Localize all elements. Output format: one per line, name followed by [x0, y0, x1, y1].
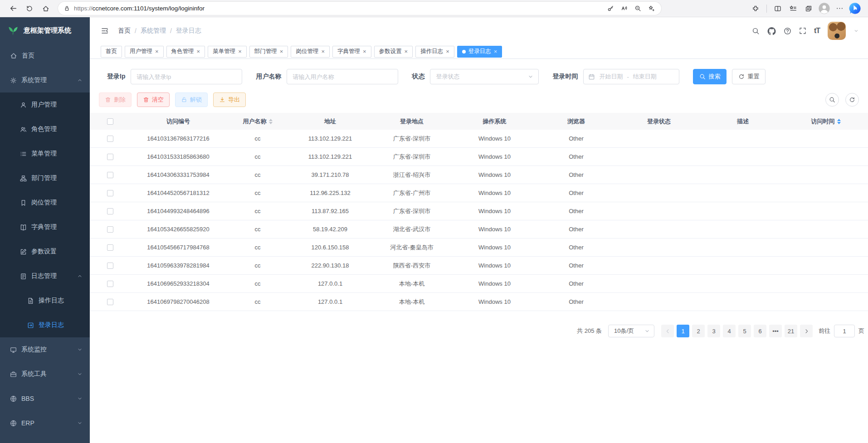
sort-icons[interactable] — [837, 119, 841, 124]
table-row[interactable]: 1641069798270046208cc127.0.0.1本地-本机Windo… — [90, 293, 868, 311]
row-checkbox[interactable] — [107, 136, 113, 142]
sort-asc-icon[interactable] — [269, 119, 273, 121]
zoom-out-icon[interactable] — [631, 2, 644, 15]
sidebar-item-erp[interactable]: ERP — [0, 411, 90, 435]
sidebar-item-home[interactable]: 首页 — [0, 44, 90, 68]
next-page-button[interactable] — [800, 325, 813, 337]
close-tab-icon[interactable]: × — [280, 49, 283, 54]
goto-page-input[interactable] — [834, 325, 855, 337]
fullscreen-icon[interactable] — [799, 27, 806, 34]
copilot-button[interactable] — [848, 2, 862, 15]
more-pages-button[interactable]: ••• — [769, 325, 782, 337]
tab-用户管理[interactable]: 用户管理× — [125, 46, 164, 58]
table-row[interactable]: 1641059633978281984cc222.90.130.18陕西省-西安… — [90, 257, 868, 275]
header-search-icon[interactable] — [752, 27, 760, 35]
page-button-3[interactable]: 3 — [707, 325, 720, 337]
tab-部门管理[interactable]: 部门管理× — [249, 46, 288, 58]
toggle-search-button[interactable] — [825, 93, 839, 107]
close-tab-icon[interactable]: × — [494, 49, 497, 54]
sidebar-item-system-monitor[interactable]: 系统监控 — [0, 337, 90, 362]
address-bar[interactable]: https://ccnetcore.com:1101/system/log/lo… — [58, 2, 661, 15]
row-checkbox[interactable] — [107, 172, 113, 178]
table-row[interactable]: 1641044993248464896cc113.87.92.165广东省-深圳… — [90, 202, 868, 220]
sidebar-item-role-management[interactable]: 角色管理 — [0, 117, 90, 141]
sidebar-item-bbs[interactable]: BBS — [0, 386, 90, 411]
sidebar-item-post-management[interactable]: 岗位管理 — [0, 190, 90, 215]
browser-refresh-button[interactable] — [23, 2, 36, 15]
sidebar-item-system-tools[interactable]: 系统工具 — [0, 362, 90, 386]
sidebar-item-user-management[interactable]: 用户管理 — [0, 92, 90, 117]
sort-asc-icon[interactable] — [837, 119, 841, 121]
close-tab-icon[interactable]: × — [238, 49, 242, 54]
collapse-menu-icon[interactable] — [101, 27, 109, 35]
favorites-button[interactable] — [786, 2, 800, 15]
browser-menu-button[interactable] — [833, 2, 846, 15]
clear-button[interactable]: 清空 — [137, 92, 170, 107]
sidebar-item-operation-log[interactable]: 操作日志 — [0, 288, 90, 313]
sort-icons[interactable] — [269, 119, 273, 124]
table-row[interactable]: 1641069652933218304cc127.0.0.1本地-本机Windo… — [90, 275, 868, 293]
prev-page-button[interactable] — [661, 325, 674, 337]
tab-参数设置[interactable]: 参数设置× — [374, 46, 413, 58]
sidebar-item-log-management[interactable]: 日志管理 — [0, 264, 90, 288]
row-checkbox[interactable] — [107, 226, 113, 233]
select-all-checkbox[interactable] — [107, 118, 113, 125]
row-checkbox[interactable] — [107, 190, 113, 196]
table-row[interactable]: 1641054566717984768cc120.6.150.158河北省-秦皇… — [90, 239, 868, 257]
site-lock-icon[interactable] — [63, 5, 70, 12]
page-button-21[interactable]: 21 — [785, 325, 797, 337]
close-tab-icon[interactable]: × — [197, 49, 200, 54]
tab-岗位管理[interactable]: 岗位管理× — [291, 46, 330, 58]
github-icon[interactable] — [767, 27, 776, 35]
row-checkbox[interactable] — [107, 281, 113, 287]
app-logo[interactable]: 意框架管理系统 — [0, 17, 90, 44]
login-ip-input[interactable] — [131, 69, 242, 84]
page-button-4[interactable]: 4 — [723, 325, 736, 337]
export-button[interactable]: 导出 — [213, 92, 246, 107]
page-button-6[interactable]: 6 — [754, 325, 766, 337]
reset-button[interactable]: 重置 — [732, 69, 766, 84]
add-favorite-icon[interactable] — [645, 2, 658, 15]
table-row[interactable]: 1641053426655825920cc58.19.42.209湖北省-武汉市… — [90, 220, 868, 239]
breadcrumb-home[interactable]: 首页 — [118, 27, 131, 35]
page-button-2[interactable]: 2 — [692, 325, 705, 337]
help-icon[interactable] — [784, 27, 791, 35]
close-tab-icon[interactable]: × — [155, 49, 159, 54]
status-select[interactable]: 登录状态 — [430, 69, 539, 84]
tab-操作日志[interactable]: 操作日志× — [415, 46, 454, 58]
password-key-icon[interactable] — [604, 2, 617, 15]
collections-button[interactable] — [802, 2, 815, 15]
sidebar-item-login-log[interactable]: 登录日志 — [0, 313, 90, 337]
row-checkbox[interactable] — [107, 299, 113, 305]
tab-首页[interactable]: 首页 — [101, 46, 122, 58]
tab-角色管理[interactable]: 角色管理× — [166, 46, 205, 58]
browser-back-button[interactable] — [6, 2, 20, 15]
tab-登录日志[interactable]: 登录日志× — [457, 46, 502, 58]
search-button[interactable]: 搜索 — [693, 69, 727, 84]
unlock-button[interactable]: 解锁 — [175, 92, 208, 107]
tab-字典管理[interactable]: 字典管理× — [332, 46, 371, 58]
browser-profile-button[interactable] — [817, 2, 831, 15]
row-checkbox[interactable] — [107, 244, 113, 251]
tab-菜单管理[interactable]: 菜单管理× — [208, 46, 247, 58]
sidebar-item-dict-management[interactable]: 字典管理 — [0, 215, 90, 239]
close-tab-icon[interactable]: × — [321, 49, 325, 54]
close-tab-icon[interactable]: × — [405, 49, 408, 54]
sidebar-item-menu-management[interactable]: 菜单管理 — [0, 141, 90, 166]
sidebar-item-parameter-settings[interactable]: 参数设置 — [0, 239, 90, 264]
split-screen-button[interactable] — [771, 2, 785, 15]
table-row[interactable]: 1641031367863177216cc113.102.129.221广东省-… — [90, 130, 868, 148]
page-button-5[interactable]: 5 — [738, 325, 751, 337]
row-checkbox[interactable] — [107, 263, 113, 269]
sidebar-item-department-management[interactable]: 部门管理 — [0, 166, 90, 190]
refresh-table-button[interactable] — [845, 93, 859, 107]
url-text[interactable]: https://ccnetcore.com:1101/system/log/lo… — [74, 5, 205, 12]
close-tab-icon[interactable]: × — [363, 49, 366, 54]
sort-desc-icon[interactable] — [837, 122, 841, 124]
date-range-picker[interactable]: 开始日期 - 结束日期 — [583, 69, 679, 84]
sidebar-item-system-management[interactable]: 系统管理 — [0, 68, 90, 92]
read-aloud-icon[interactable] — [618, 2, 630, 15]
sort-desc-icon[interactable] — [269, 122, 273, 124]
column-header[interactable]: 用户名称 — [226, 117, 289, 126]
user-avatar[interactable] — [828, 22, 846, 40]
